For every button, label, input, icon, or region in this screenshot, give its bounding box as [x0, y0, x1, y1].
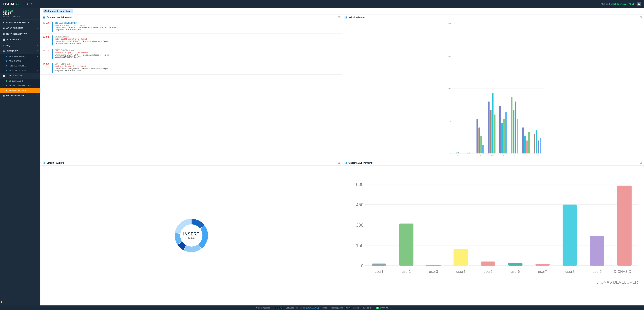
- faq-icon: ?: [3, 44, 4, 47]
- grid-icon: ▦: [3, 94, 5, 97]
- svg-text:17: 17: [514, 154, 516, 156]
- version-label: Versione Applicazione:: [256, 307, 274, 309]
- lock-icon: 🔒: [3, 50, 6, 52]
- entity-code: 05387: [3, 12, 38, 16]
- main-wrapper: Ente in Uso 05387 ENTE BANCO S.P.A. ★FUN…: [0, 8, 644, 305]
- widget-azioni-ore-body: 3002251507502581114172023: [342, 20, 644, 160]
- svg-rect-37: [522, 128, 524, 153]
- svg-text:user1: user1: [374, 270, 384, 274]
- svg-rect-43: [536, 130, 538, 153]
- c-badge: C: [0, 300, 3, 303]
- user-avatar[interactable]: [636, 2, 641, 7]
- svg-point-0: [638, 3, 639, 4]
- dot-icon: [6, 65, 8, 67]
- svg-text:300: 300: [356, 223, 364, 228]
- users-icon: 👥: [42, 16, 45, 19]
- svg-rect-38: [524, 136, 526, 153]
- svg-text:user4: user4: [456, 270, 465, 274]
- svg-rect-22: [488, 102, 490, 153]
- sidebar-item-ottimizzazione[interactable]: ▦OTTIMIZZAZIONE ›: [0, 93, 40, 98]
- svg-rect-34: [515, 102, 516, 153]
- svg-rect-40: [528, 132, 530, 153]
- topbar-icons: ☰ ★ ⟳: [22, 2, 33, 6]
- svg-text:user3: user3: [429, 270, 438, 274]
- svg-text:user5: user5: [484, 270, 492, 274]
- sidebar-item-gestione-log[interactable]: 📋GESTIONE LOG ˅: [0, 73, 40, 79]
- inactivity-name: Alberto Marco: [55, 35, 340, 38]
- page-title: Statistiche Azioni Utenti: [43, 10, 73, 13]
- chevron-icon: ›: [37, 55, 38, 57]
- widget-inactivity: 👥 Tempo di inattività utenti ⊡ 14:49 DIO…: [40, 14, 342, 160]
- sidebar-item-consolidante[interactable]: ▦CONSOLIDANTE ›: [0, 26, 40, 31]
- chart-icon: 📊: [42, 162, 45, 164]
- sidebar-item-storico-azioni[interactable]: STORICO AZIONI UTENTI: [0, 83, 40, 88]
- sidebar-item-label: CONSOLIDANTE: [6, 27, 24, 30]
- star-icon[interactable]: ★: [26, 3, 29, 6]
- dionas-logo: D DIONAS: [376, 306, 388, 309]
- sidebar-item-label: SECURITY: [7, 50, 18, 52]
- sidebar-item-statistiche-azioni[interactable]: STATISTICHE AZIONI: [0, 88, 40, 93]
- chevron-icon: ›: [37, 28, 38, 29]
- svg-rect-12: [458, 152, 459, 153]
- dionas-text: DIONAS: [380, 306, 388, 309]
- widget-classifica-azioni-body: INSERT 14.6%: [40, 166, 342, 305]
- svg-rect-18: [478, 128, 480, 153]
- svg-text:450: 450: [356, 202, 364, 207]
- minimize-button[interactable]: ⊡: [338, 16, 340, 19]
- version-value: 1.0.8.0: [276, 307, 283, 309]
- svg-rect-69: [536, 264, 550, 265]
- minimize-button[interactable]: ⊡: [640, 161, 642, 164]
- widget-classifica-utenti-body: 6004503001500user1user2user3user4user5us…: [342, 166, 644, 305]
- svg-rect-11: [456, 153, 457, 153]
- logo: FISCAL Unit: [3, 2, 19, 6]
- menu-icon[interactable]: ☰: [22, 2, 24, 6]
- sidebar-item-security[interactable]: 🔒SECURITY ˅: [0, 48, 40, 54]
- widget-inactivity-header: 👥 Tempo di inattività utenti ⊡: [40, 15, 342, 20]
- svg-rect-61: [426, 265, 441, 266]
- refresh-icon[interactable]: ⟳: [31, 3, 33, 6]
- svg-text:75: 75: [449, 120, 451, 122]
- minimize-button[interactable]: ⊡: [338, 161, 340, 164]
- security-submenu: GESTIONE PROFILI › GES. RIBBON › RELEASE…: [0, 54, 40, 73]
- inactivity-since: Inattivo da: 183 giorni, 22 ore e 50 min…: [55, 52, 340, 54]
- sidebar-item-faq[interactable]: ?FAQ ›: [0, 43, 40, 48]
- dionas-d: D: [376, 307, 379, 309]
- inactivity-time: 10:04: [42, 35, 50, 38]
- sidebar-item-label: ANAGRAFICA: [7, 39, 22, 41]
- powered-label: Powered By:: [362, 307, 372, 309]
- sidebar-item-consulta-log[interactable]: CONSULTA LOG: [0, 79, 40, 83]
- sidebar-item-nota-integrativa[interactable]: ▣NOTA INTEGRATIVA ›: [0, 31, 40, 37]
- sidebar-item-anagrafica[interactable]: ⬜ANAGRAFICA ›: [0, 37, 40, 43]
- inactivity-action: Ultima azione: VIEW_REPORT - Richiesta v…: [55, 68, 340, 70]
- inactivity-bar: [52, 49, 53, 59]
- svg-rect-19: [480, 136, 482, 153]
- topbar-left: FISCAL Unit ☰ ★ ⟳: [3, 2, 33, 6]
- star-icon: ★: [3, 21, 5, 24]
- inactivity-since: Inattivo da: 0 giorni, 1 ora e 11 minuti: [55, 24, 340, 26]
- sidebar-item-label: OTTIMIZZAZIONE: [6, 94, 24, 97]
- svg-rect-45: [540, 138, 541, 153]
- svg-text:0: 0: [361, 263, 364, 268]
- inactivity-time: 14:49: [42, 22, 50, 25]
- svg-rect-73: [590, 236, 604, 265]
- sidebar-item-release-timeline[interactable]: RELEASE TIMELINE ›: [0, 64, 40, 68]
- role-label: RUOLO:: [600, 3, 608, 5]
- sidebar-item-funzioni-preferite[interactable]: ★FUNZIONI PREFERITE: [0, 20, 40, 26]
- donut-center-pct: 14.6%: [183, 237, 199, 239]
- svg-rect-75: [617, 186, 632, 265]
- sidebar-item-label: FAQ: [6, 44, 10, 47]
- svg-rect-35: [517, 119, 518, 153]
- sidebar-item-gest-controlli[interactable]: GEST. E CONTROLLI ›: [0, 68, 40, 73]
- sidebar-item-gestione-profili[interactable]: GESTIONE PROFILI ›: [0, 54, 40, 59]
- chevron-icon: ›: [37, 70, 38, 72]
- chart-icon: 📊: [344, 16, 347, 19]
- svg-text:5: 5: [468, 154, 470, 156]
- db-label: DataBase connesso in:: [286, 307, 305, 309]
- widget-inactivity-title: 👥 Tempo di inattività utenti: [42, 16, 72, 19]
- sidebar-item-ges-ribbon[interactable]: GES. RIBBON ›: [0, 59, 40, 64]
- svg-rect-24: [492, 93, 494, 153]
- sidebar-item-label: NOTA INTEGRATIVA: [6, 33, 27, 35]
- svg-text:DIONAS DEVELOPER: DIONAS DEVELOPER: [596, 280, 638, 284]
- minimize-button[interactable]: ⊡: [640, 16, 642, 19]
- logo-unit: Unit: [16, 3, 19, 5]
